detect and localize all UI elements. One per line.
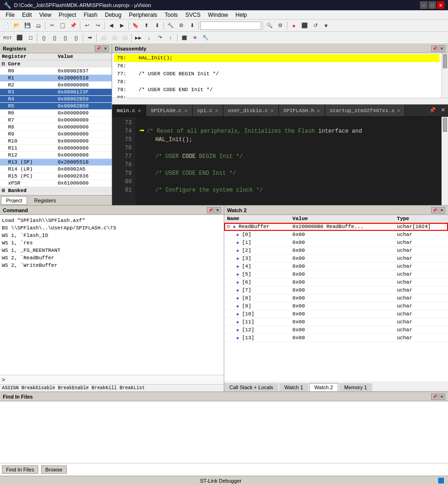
scrollbar-thumb[interactable] [443,54,447,68]
build-all-button[interactable]: ⚙ [176,21,186,31]
table-row[interactable]: ◆ [2] 0x00 uchar [224,247,448,255]
registers-bottom-tab[interactable]: Registers [29,196,61,205]
disasm-close-button[interactable]: ✕ [439,45,445,52]
wrench-btn[interactable]: 🔧 [200,33,211,43]
table-row[interactable]: R110x00000000 [0,145,112,152]
search-icon-btn[interactable]: 🔍 [264,21,275,31]
step-over-button[interactable]: ◻ [25,33,36,43]
disasm-pin-button[interactable]: 📌 [431,45,438,52]
tab-spi-c[interactable]: spi.c ✕ [192,105,223,116]
menu-tools[interactable]: Tools [161,11,182,19]
table-row[interactable]: xPSR0x61000000 [0,180,112,187]
menu-view[interactable]: View [36,11,55,19]
browse-tab[interactable]: Browse [41,465,67,474]
arrow-right-btn[interactable]: ➡ [85,33,95,43]
table-row[interactable]: R120x00000000 [0,152,112,159]
breakpoint-btn[interactable]: ⬛ [179,33,189,43]
expand-icon[interactable]: ⊟ [227,224,230,229]
registers-pin-button[interactable]: 📌 [95,45,101,52]
tab-spiflash-h[interactable]: SPIFLASH.h ✕ [279,105,325,116]
tab-main-c[interactable]: main.c ✕ [112,105,146,116]
table-row[interactable]: ◆ [0] 0x00 uchar [224,231,448,239]
menu-svcs[interactable]: SVCS [182,11,205,19]
watch-pin-button[interactable]: 📌 [431,207,438,214]
table-row[interactable]: R14 (LR)0x08002A5 [0,166,112,173]
table-row[interactable]: R50x08002B50 [0,103,112,110]
menu-help[interactable]: Help [232,11,251,19]
menu-file[interactable]: File [2,11,18,19]
table-row[interactable]: ◆ [4] 0x00 uchar [224,263,448,271]
tab-close-startup[interactable]: ✕ [397,108,400,114]
table-row[interactable]: R20x00000000 [0,82,112,89]
watch-readbuffer-row[interactable]: ⊟ ◆ ReadBuffer 0x200000B0 ReadBuffe... u… [224,223,448,231]
mem-btn1[interactable]: ⬜ [98,33,108,43]
braces3-button[interactable]: {} [60,33,71,43]
disasm-hscroll-track[interactable] [112,98,448,104]
tab-user-diskio-c[interactable]: user_diskio.c ✕ [223,105,279,116]
disasm-scrollbar[interactable] [441,53,448,98]
tab-close-user-diskio[interactable]: ✕ [271,108,274,114]
table-row[interactable]: ◆ [8] 0x00 uchar [224,294,448,302]
registers-close-button[interactable]: ✕ [102,45,109,52]
build-button[interactable]: 🔨 [165,21,176,31]
step-over2-btn[interactable]: ↷ [155,33,165,43]
table-row[interactable]: ◆ [5] 0x00 uchar [224,271,448,278]
menu-flash[interactable]: Flash [80,11,101,19]
table-row[interactable]: R13 (SP)0x20005510 [0,159,112,166]
table-row[interactable]: R80x00000000 [0,124,112,131]
menu-debug[interactable]: Debug [101,11,125,19]
tab-startup[interactable]: startup_stm32f407xx.s ✕ [325,105,405,116]
tab-spiflash-c[interactable]: SPIFLASH.c ✕ [146,105,192,116]
cut-button[interactable]: ✂ [47,21,57,31]
tab-close-main-c[interactable]: ✕ [138,108,141,114]
table-row[interactable]: ◆ [7] 0x00 uchar [224,286,448,294]
find-pin-button[interactable]: 📌 [431,393,438,400]
watch-close-button[interactable]: ✕ [439,207,445,214]
nav-fwd-button[interactable]: ▶ [117,21,127,31]
search-toolbar-input[interactable]: _USE_WRITE [200,21,261,30]
run-button[interactable]: ● [289,21,299,31]
minimize-button[interactable]: ─ [420,1,427,9]
tab-watch-2[interactable]: Watch 2 [309,383,338,391]
menu-edit[interactable]: Edit [18,11,36,19]
reset-button[interactable]: ↺ [310,21,320,31]
table-row[interactable]: ◆ [6] 0x00 uchar [224,278,448,286]
braces2-button[interactable]: {} [50,33,60,43]
mem-btn2[interactable]: ⬜ [109,33,119,43]
save-button[interactable]: 💾 [22,21,33,31]
menu-window[interactable]: Window [204,11,232,19]
prev-bookmark-button[interactable]: ⬆ [141,21,151,31]
copy-button[interactable]: 📋 [57,21,68,31]
paste-button[interactable]: 📌 [68,21,78,31]
table-row[interactable]: R60x00000000 [0,110,112,117]
table-row[interactable]: ◆ [1] 0x00 uchar [224,239,448,247]
download-button[interactable]: ⬇ [187,21,197,31]
table-row[interactable]: ◆ [11] 0x00 uchar [224,318,448,326]
nav-back-button[interactable]: ◀ [106,21,116,31]
next-bookmark-button[interactable]: ⬇ [152,21,162,31]
find-in-files-tab[interactable]: Find In Files [2,465,38,474]
step-out-btn[interactable]: ↑ [165,33,176,43]
stop-button[interactable]: ⬛ [299,21,310,31]
mem-btn3[interactable]: ⬜ [120,33,130,43]
bookmark-button[interactable]: 🔖 [130,21,141,31]
braces4-button[interactable]: {} [71,33,81,43]
braces-button[interactable]: {} [39,33,49,43]
watch-btn[interactable]: 👁 [190,33,200,43]
tab-call-stack[interactable]: Call Stack + Locals [224,383,278,391]
table-row[interactable]: R90x00000000 [0,131,112,138]
open-button[interactable]: 📂 [12,21,22,31]
code-scrollbar-thumb[interactable] [443,118,447,132]
table-row[interactable]: R00x08002837 [0,68,112,75]
code-area-pin-btn[interactable]: 📌 [427,105,438,115]
step-into-button[interactable]: ⬛ [14,33,25,43]
tab-watch-1[interactable]: Watch 1 [279,383,308,391]
project-tab[interactable]: Project [1,196,27,205]
menu-project[interactable]: Project [55,11,80,19]
tab-close-spiflash-h[interactable]: ✕ [317,108,320,114]
menu-peripherals[interactable]: Peripherals [125,11,161,19]
table-row[interactable]: ◆ [13] 0x00 uchar [224,334,448,342]
tab-close-spiflash-c[interactable]: ✕ [185,108,187,114]
table-row[interactable]: R10x20005510 [0,75,112,82]
debug-mode-btn[interactable]: ▶▶ [133,33,143,43]
